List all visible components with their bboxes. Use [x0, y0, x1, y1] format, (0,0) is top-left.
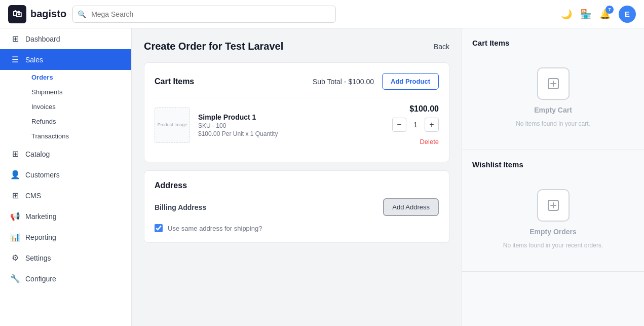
sidebar-item-label: Configure	[25, 275, 56, 283]
billing-address-label: Billing Address	[155, 203, 206, 211]
store-icon: 🏪	[580, 9, 591, 20]
logo[interactable]: 🛍 bagisto	[8, 5, 66, 23]
cart-items-card: Cart Items Sub Total - $100.00 Add Produ…	[144, 62, 449, 162]
sidebar-item-reporting[interactable]: 📊 Reporting	[0, 227, 131, 247]
empty-orders-icon	[545, 197, 561, 213]
sales-submenu: Orders Shipments Invoices Refunds Transa…	[0, 70, 131, 143]
customers-icon: 👤	[10, 170, 20, 179]
wishlist-empty-title: Empty Orders	[529, 228, 577, 236]
right-wishlist-title: Wishlist Items	[472, 160, 634, 169]
sidebar-item-label: Customers	[25, 171, 60, 179]
cart-empty-icon-box	[537, 67, 570, 100]
delete-product-button[interactable]: Delete	[420, 138, 439, 146]
sidebar-item-label: Reporting	[25, 233, 56, 241]
sidebar-item-label: Catalog	[25, 150, 50, 158]
product-right: $100.00 − 1 + Delete	[392, 104, 439, 146]
product-sku: SKU - 100	[198, 122, 384, 129]
sidebar-item-label: Marketing	[25, 212, 56, 221]
back-button[interactable]: Back	[434, 43, 449, 51]
sub-total-label: Sub Total - $100.00	[313, 78, 374, 86]
product-name: Simple Product 1	[198, 113, 384, 121]
user-avatar-button[interactable]: E	[619, 6, 636, 23]
add-address-button[interactable]: Add Address	[383, 198, 439, 216]
sidebar-sub-refunds[interactable]: Refunds	[25, 114, 131, 129]
cart-empty-state: Empty Cart No items found in your cart.	[472, 55, 634, 139]
quantity-increase-button[interactable]: +	[425, 118, 439, 132]
sidebar-item-sales[interactable]: ☰ Sales	[0, 49, 131, 70]
search-icon: 🔍	[78, 10, 86, 18]
product-info: Simple Product 1 SKU - 100 $100.00 Per U…	[198, 113, 384, 137]
page-title: Create Order for Test Laravel	[144, 41, 283, 52]
sidebar-sub-invoices[interactable]: Invoices	[25, 99, 131, 114]
sidebar-item-settings[interactable]: ⚙ Settings	[0, 247, 131, 268]
sidebar-item-marketing[interactable]: 📢 Marketing	[0, 206, 131, 227]
product-image: Product Image	[155, 107, 190, 143]
topbar-icons: 🌙 🏪 🔔 7 E	[561, 6, 636, 23]
sidebar-item-label: Sales	[25, 56, 43, 64]
right-cart-title: Cart Items	[472, 39, 634, 47]
sidebar-sub-orders[interactable]: Orders	[25, 70, 131, 85]
product-price: $100.00	[409, 104, 439, 114]
search-input[interactable]	[72, 6, 336, 23]
empty-cart-icon	[545, 76, 561, 92]
right-panel: Cart Items Empty Cart No items found in …	[462, 28, 644, 326]
right-wishlist-section: Wishlist Items Empty Orders No items fou…	[462, 150, 644, 272]
sidebar-item-customers[interactable]: 👤 Customers	[0, 164, 131, 185]
sidebar-sub-transactions[interactable]: Transactions	[25, 129, 131, 143]
night-mode-button[interactable]: 🌙	[561, 9, 572, 20]
same-address-label: Use same address for shipping?	[168, 225, 262, 232]
sidebar-item-label: Dashboard	[25, 35, 60, 43]
sidebar: ⊞ Dashboard ☰ Sales Orders Shipments Inv…	[0, 28, 132, 326]
store-button[interactable]: 🏪	[580, 9, 591, 20]
sidebar-item-configure[interactable]: 🔧 Configure	[0, 268, 131, 289]
cart-items-header: Cart Items Sub Total - $100.00 Add Produ…	[155, 73, 439, 90]
dashboard-icon: ⊞	[10, 34, 20, 44]
quantity-decrease-button[interactable]: −	[392, 118, 406, 132]
page-header: Create Order for Test Laravel Back	[144, 41, 449, 52]
notifications-button[interactable]: 🔔 7	[599, 9, 611, 20]
sidebar-sub-shipments[interactable]: Shipments	[25, 85, 131, 99]
product-row: Product Image Simple Product 1 SKU - 100…	[155, 98, 439, 152]
search-bar: 🔍	[72, 6, 336, 23]
notification-badge: 7	[605, 6, 614, 14]
logo-text: bagisto	[30, 8, 66, 20]
sidebar-item-catalog[interactable]: ⊞ Catalog	[0, 143, 131, 164]
wishlist-empty-state: Empty Orders No items found in your rece…	[472, 177, 634, 261]
address-section-title: Address	[155, 181, 439, 190]
cart-empty-subtitle: No items found in your cart.	[516, 120, 590, 127]
sidebar-item-dashboard[interactable]: ⊞ Dashboard	[0, 28, 131, 49]
shipping-checkbox-row: Use same address for shipping?	[155, 224, 439, 232]
sidebar-item-label: CMS	[25, 192, 41, 200]
wishlist-empty-icon-box	[537, 189, 570, 222]
quantity-value: 1	[410, 121, 421, 129]
catalog-icon: ⊞	[10, 149, 20, 159]
sales-icon: ☰	[10, 55, 20, 64]
sidebar-item-label: Settings	[25, 254, 51, 262]
sidebar-item-cms[interactable]: ⊞ CMS	[0, 185, 131, 206]
cart-empty-title: Empty Cart	[534, 106, 572, 114]
wishlist-empty-subtitle: No items found in your recent orders.	[503, 242, 603, 249]
quantity-control: − 1 +	[392, 118, 439, 132]
cart-items-title: Cart Items	[155, 77, 194, 86]
marketing-icon: 📢	[10, 211, 20, 221]
moon-icon: 🌙	[561, 9, 572, 20]
logo-icon: 🛍	[8, 5, 26, 23]
main-content: Create Order for Test Laravel Back Cart …	[132, 28, 462, 326]
product-price-per-unit: $100.00 Per Unit x 1 Quantity	[198, 130, 384, 137]
settings-icon: ⚙	[10, 253, 20, 263]
address-card: Address Billing Address Add Address Use …	[144, 170, 449, 243]
product-image-placeholder: Product Image	[158, 122, 187, 128]
address-row: Billing Address Add Address	[155, 198, 439, 216]
reporting-icon: 📊	[10, 232, 20, 242]
configure-icon: 🔧	[10, 274, 20, 283]
add-product-button[interactable]: Add Product	[382, 73, 439, 90]
cms-icon: ⊞	[10, 191, 20, 200]
right-cart-section: Cart Items Empty Cart No items found in …	[462, 28, 644, 150]
same-address-checkbox[interactable]	[155, 224, 163, 232]
